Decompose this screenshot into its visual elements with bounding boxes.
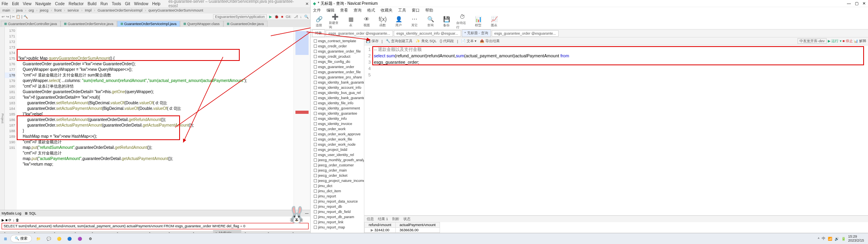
- tree-table[interactable]: esgs_identity_file_info: [311, 100, 363, 105]
- col-header[interactable]: refundAmount: [365, 223, 396, 228]
- toolbar-button[interactable]: ⏱自动运行: [456, 13, 468, 29]
- tree-table[interactable]: jeecg_monthly_growth_analysis: [311, 157, 363, 162]
- tree-table[interactable]: esgs_identity_info: [311, 116, 363, 121]
- tree-table[interactable]: jeecg_project_nature_income: [311, 178, 363, 183]
- tray-icon[interactable]: 📶: [828, 237, 832, 241]
- editor-tab[interactable]: GuaranteeOrderController.java: [1, 21, 61, 27]
- result-tab[interactable]: 信息: [367, 217, 374, 222]
- clock[interactable]: 15:292023/2/15: [848, 235, 864, 243]
- menu-item[interactable]: 查看: [340, 8, 348, 13]
- toolbar-button[interactable]: 👤用户: [393, 16, 405, 27]
- taskbar-app[interactable]: 🔵: [66, 235, 73, 242]
- tree-table[interactable]: esgs_project_bidd: [311, 147, 363, 152]
- toolbar-button[interactable]: ⋯其它: [409, 16, 420, 27]
- taskbar-app[interactable]: 🟣: [76, 235, 84, 242]
- toolbar-button[interactable]: ➕新建查询: [329, 13, 341, 29]
- tree-table[interactable]: esgs_user_identity_rel: [311, 152, 363, 157]
- tray-icon[interactable]: 🔊: [835, 237, 839, 241]
- tree-table[interactable]: esgs_guarantee_order_file: [311, 49, 363, 54]
- connection-selector[interactable]: 中友发开库-dev: [798, 38, 827, 44]
- query-tab[interactable]: 对象: [312, 29, 325, 37]
- tree-table[interactable]: esgs_identity_guarantee: [311, 111, 363, 116]
- tree-table[interactable]: jimu_report_db_field: [311, 209, 363, 214]
- search-box[interactable]: 🔍 搜索: [10, 235, 32, 242]
- minimize-icon[interactable]: —: [305, 211, 309, 215]
- tree-table[interactable]: esgs_file_config_dic: [311, 59, 363, 64]
- tree-table[interactable]: esgs_credit_order: [311, 43, 363, 49]
- tray-icon[interactable]: 🔋: [841, 237, 846, 241]
- menu-code[interactable]: Code: [55, 2, 65, 6]
- beautify-button[interactable]: ✨ 美化 SQL: [416, 39, 436, 44]
- breadcrumb-item[interactable]: queryGuaranteeOrderSumAmount: [149, 8, 203, 12]
- close-button[interactable]: ✕: [862, 1, 866, 6]
- tree-table[interactable]: esgs_identity_bus_gua_rel: [311, 90, 363, 95]
- stop-button[interactable]: ■ 停止: [843, 39, 853, 43]
- tree-table[interactable]: esgs_identity_bank_guarantee: [311, 80, 363, 85]
- menu-refactor[interactable]: Refactor: [68, 2, 84, 6]
- menu-item[interactable]: 查询: [354, 8, 362, 13]
- tree-table[interactable]: esgs_contract_template: [311, 38, 363, 43]
- menu-item[interactable]: 帮助: [425, 8, 433, 13]
- toolbar-button[interactable]: f(x)函数: [377, 16, 389, 27]
- taskbar-app[interactable]: 🟡: [56, 235, 63, 242]
- menu-view[interactable]: View: [23, 2, 31, 6]
- export-button[interactable]: 📤 导出结果: [480, 39, 500, 44]
- run-button[interactable]: ▶ 运行 ▾: [828, 39, 842, 43]
- toolbar-button[interactable]: 💾备份: [440, 16, 452, 27]
- tree-table[interactable]: esgs_guarantee_order: [311, 64, 363, 69]
- tree-table[interactable]: esgs_order_work: [311, 126, 363, 131]
- breadcrumb-item[interactable]: jeecg: [40, 8, 49, 12]
- tray-icon[interactable]: 中: [822, 236, 825, 241]
- tree-table[interactable]: esgs_identity_bank_guarantee: [311, 95, 363, 100]
- menu-item[interactable]: 收藏夹: [381, 8, 393, 13]
- stop-button[interactable]: ■: [281, 15, 283, 19]
- tree-table[interactable]: jimu_report_data_source: [311, 199, 363, 204]
- tree-table[interactable]: esgs_identity_account_info: [311, 85, 363, 90]
- query-builder-button[interactable]: 🔧 查询创建工具: [386, 39, 413, 44]
- tree-table[interactable]: jimu_report_db: [311, 204, 363, 209]
- breadcrumb-item[interactable]: service: [68, 8, 79, 12]
- explain-button[interactable]: 📊 解释: [854, 39, 866, 43]
- run-button[interactable]: ▶: [269, 15, 272, 19]
- query-tab[interactable]: esgs_guarantee_order @esguarante...: [492, 30, 559, 37]
- tree-table[interactable]: jimu_report_map: [311, 224, 363, 230]
- tree-table[interactable]: esgs_order_work_node: [311, 142, 363, 147]
- sql-editor[interactable]: 1-- 退款金额以及支付金额2select sum(refund_amount)…: [364, 45, 868, 215]
- result-tab[interactable]: 剖析: [392, 217, 399, 222]
- menu-edit[interactable]: Edit: [12, 2, 19, 6]
- menu-build[interactable]: Build: [88, 2, 96, 6]
- code-editor[interactable]: "kw">public Map queryGuaranteeOrderSumAm…: [17, 27, 293, 210]
- tree-table[interactable]: jeecg_order_customer: [311, 162, 363, 168]
- save-button[interactable]: 💾 保存: [366, 39, 379, 44]
- menu-file[interactable]: File: [2, 2, 8, 6]
- maximize-button[interactable]: ▢: [855, 1, 858, 6]
- toolbar-button[interactable]: ▦表: [345, 16, 357, 27]
- menu-item[interactable]: 文件: [313, 8, 321, 13]
- tree-table[interactable]: jimu_report_link: [311, 219, 363, 224]
- text-button[interactable]: 📄 文本 ▾: [461, 39, 477, 44]
- editor-tab[interactable]: GuaranteeOrderService.java: [61, 21, 117, 27]
- run-config-selector[interactable]: EsguaranteeSystemApplication: [213, 14, 267, 19]
- tree-table[interactable]: esgs_guarantee_pro_share: [311, 74, 363, 80]
- menu-tools[interactable]: Tools: [112, 2, 121, 6]
- code-snippet-button[interactable]: () 代码段: [440, 39, 454, 44]
- tree-table[interactable]: esgs_credit_product: [311, 54, 363, 59]
- menu-navigate[interactable]: Navigate: [35, 2, 51, 6]
- taskbar-app[interactable]: 💬: [45, 235, 53, 242]
- toolbar-button[interactable]: 🔗连接: [313, 16, 325, 27]
- result-tab[interactable]: 状态: [403, 217, 411, 222]
- taskbar-app[interactable]: 📁: [35, 235, 42, 242]
- tree-table[interactable]: jimu_dict_item: [311, 188, 363, 193]
- query-tab[interactable]: esgs_identity_account_info @esguar...: [394, 30, 461, 37]
- tree-table[interactable]: esgs_order_work_approve: [311, 131, 363, 137]
- breadcrumb-item[interactable]: java: [16, 8, 23, 12]
- menu-window[interactable]: Window: [134, 2, 149, 6]
- menu-item[interactable]: 编辑: [326, 8, 334, 13]
- menu-git[interactable]: Git: [125, 2, 130, 6]
- breadcrumb-item[interactable]: front: [55, 8, 62, 12]
- editor-tab[interactable]: QueryWrapper.class: [180, 21, 223, 27]
- tree-table[interactable]: esgs_guarantee_order_file: [311, 69, 363, 74]
- left-tool-strip[interactable]: Project: [0, 27, 5, 210]
- toolbar-button[interactable]: 📊模型: [472, 16, 484, 27]
- debug-button[interactable]: 🐞: [274, 15, 279, 19]
